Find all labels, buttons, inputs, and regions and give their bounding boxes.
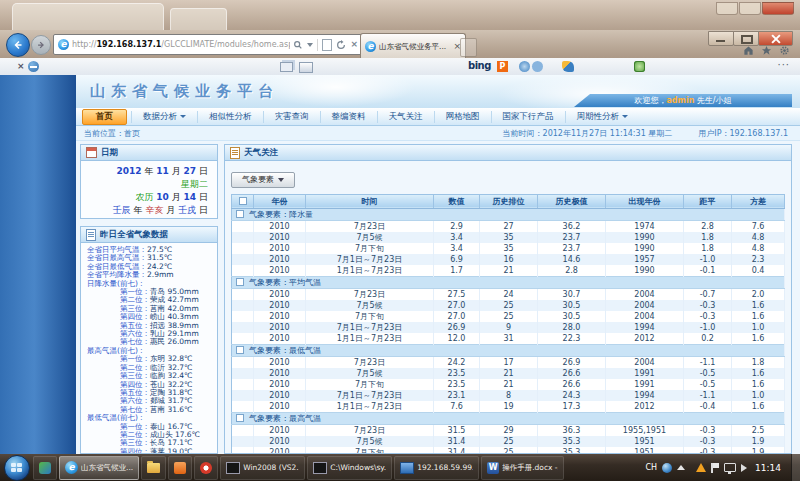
menu-item-6[interactable]: 网格地图 [434,111,491,123]
volume-icon[interactable] [741,464,747,472]
menu-item-8[interactable]: 周期性分析 [565,111,640,123]
user-ip-text: 用户IP：192.168.137.1 [698,128,788,139]
report-icon [86,229,96,241]
new-tab-button[interactable] [460,38,477,57]
compatibility-view-icon[interactable] [322,39,332,51]
column-header: 历史排位 [480,194,538,208]
yesterday-data-panel: 昨日全省气象数据 全省日平均气温：27.5℃全省日最高气温：31.5℃全省日最低… [80,226,218,454]
taskbar-button-3[interactable] [168,456,192,480]
table-row: 20107月下旬27.02530.52004-0.31.6 [232,311,785,322]
toolbar-more-icon[interactable]: ··· [777,59,790,70]
taskbar-button-2[interactable] [141,456,166,480]
table-row: 20101月1日～7月23日12.03122.320120.21.6 [232,333,785,345]
chevron-down-icon [180,115,186,118]
table-row: 20107月下旬3.43523.719901.84.8 [232,243,785,254]
blocked-status-icon [28,61,39,72]
taskbar-button-4[interactable] [194,456,218,480]
refresh-icon[interactable] [336,40,346,50]
weather-table: 年份时间数值历史排位历史极值出现年份距平方差 气象要素：降水量20107月23日… [231,194,785,455]
chevron-down-icon[interactable] [307,43,313,47]
browser-addon-toolbar: × bing P ··· [0,58,800,76]
toolbar-icon-3[interactable] [634,61,645,72]
taskbar-buttons: e山东省气候业...Win2008 (VS2...C:\Windows\sy..… [33,456,564,480]
menu-item-5[interactable]: 天气关注 [377,111,434,123]
action-center-icon[interactable] [711,463,719,473]
chevron-down-icon [278,178,284,182]
maximize-button[interactable] [733,31,759,46]
folder-icon [147,463,160,473]
group-checkbox[interactable] [236,414,244,422]
menu-item-7[interactable]: 国家下行产品 [491,111,565,123]
address-bar[interactable]: e http://192.168.137.1/GLCCLIMATE/module… [53,34,363,55]
menu-item-4[interactable]: 整编资料 [320,111,377,123]
browser-tab[interactable]: e 山东省气候业务平... × [360,33,466,59]
column-header: 时间 [306,194,434,208]
clock[interactable]: 11:14 [755,463,781,473]
search-icon[interactable] [293,40,303,50]
browser-navigation-bar: e http://192.168.137.1/GLCCLIMATE/module… [0,30,800,59]
group-checkbox[interactable] [236,278,244,286]
taskbar-button-8[interactable]: W操作手册.docx -... [481,456,564,480]
select-all-checkbox[interactable] [239,197,247,205]
network-icon[interactable] [724,463,736,472]
app-red-icon [200,462,212,474]
page-viewport: 山东省气候业务平台 欢迎您，admin 先生/小姐 首页数据分析相似性分析灾害查… [0,75,800,454]
toolbar-app-icon[interactable]: P [497,61,508,72]
favorites-star-icon[interactable] [761,45,772,56]
ie-icon: e [65,461,78,474]
sidebar: 日期 2012 年 11 月 27 日 星期二 农历 10 月 14 日 壬辰 … [80,144,218,454]
mail-icon[interactable] [299,62,313,73]
table-header-row: 年份时间数值历史排位历史极值出现年份距平方差 [232,194,785,208]
breadcrumb-bar: 当前位置：首页 当前时间：2012年11月27日 11:14:31 星期二 用户… [76,126,800,141]
taskbar-button-0[interactable] [33,456,57,480]
show-desktop-button[interactable] [791,454,800,481]
tray-expand-icon[interactable] [677,465,685,470]
forward-button[interactable] [31,35,51,55]
toolbar-icon-1[interactable] [519,61,530,72]
calendar-icon [86,147,97,158]
column-header: 数值 [434,194,480,208]
element-dropdown-button[interactable]: 气象要素 [231,172,295,188]
cards-icon[interactable] [280,62,293,72]
menu-item-3[interactable]: 灾害查询 [263,111,320,123]
site-title: 山东省气候业务平台 [90,82,279,101]
notification-close-icon[interactable]: × [17,61,25,71]
tools-gear-icon[interactable] [779,45,790,56]
app-orange-icon [174,462,186,474]
alert-icon[interactable] [696,463,706,472]
taskbar-button-1[interactable]: e山东省气候业... [59,456,139,480]
weather-focus-body: 气象要素 年份时间数值历史排位历史极值出现年份距平方差 气象要素：降水量2010… [224,161,792,454]
minimize-button[interactable] [708,31,734,46]
taskbar-button-5[interactable]: Win2008 (VS2... [220,456,305,480]
close-button[interactable] [758,31,793,46]
stop-icon[interactable]: × [350,40,358,49]
menu-item-2[interactable]: 相似性分析 [197,111,263,123]
pinned-app-icon [39,462,51,474]
menu-item-1[interactable]: 数据分析 [131,111,197,123]
toolbar-icon-2[interactable] [562,61,574,72]
start-button[interactable] [4,455,30,481]
word-icon: W [487,462,499,474]
column-header: 出现年份 [606,194,684,208]
bing-logo[interactable]: bing [468,60,491,71]
menu-item-0[interactable]: 首页 [82,109,127,125]
windows-logo-icon [11,463,16,467]
group-checkbox[interactable] [236,346,244,354]
ime-globe-icon[interactable] [662,463,672,473]
welcome-ribbon: 欢迎您，admin 先生/小姐 [574,94,792,107]
calendar-body: 2012 年 11 月 27 日 星期二 农历 10 月 14 日 壬辰 年 辛… [81,161,217,217]
back-button[interactable] [6,33,30,57]
weather-focus-icon [230,147,240,159]
home-icon[interactable] [743,45,754,56]
terminal-icon [313,462,327,474]
background-maximize-button [739,2,761,15]
language-indicator[interactable]: CH [645,463,657,472]
background-window-caption [716,2,794,15]
calendar-panel-header: 日期 [81,145,217,161]
group-checkbox[interactable] [236,210,244,218]
column-header: 历史极值 [538,194,606,208]
taskbar-button-6[interactable]: C:\Windows\sy... [307,456,392,480]
main-menu: 首页数据分析相似性分析灾害查询整编资料天气关注网格地图国家下行产品周期性分析 [76,108,800,126]
table-row: 20107月5候27.02530.52004-0.31.6 [232,300,785,311]
taskbar-button-7[interactable]: 192.168.59.99... [394,456,479,480]
